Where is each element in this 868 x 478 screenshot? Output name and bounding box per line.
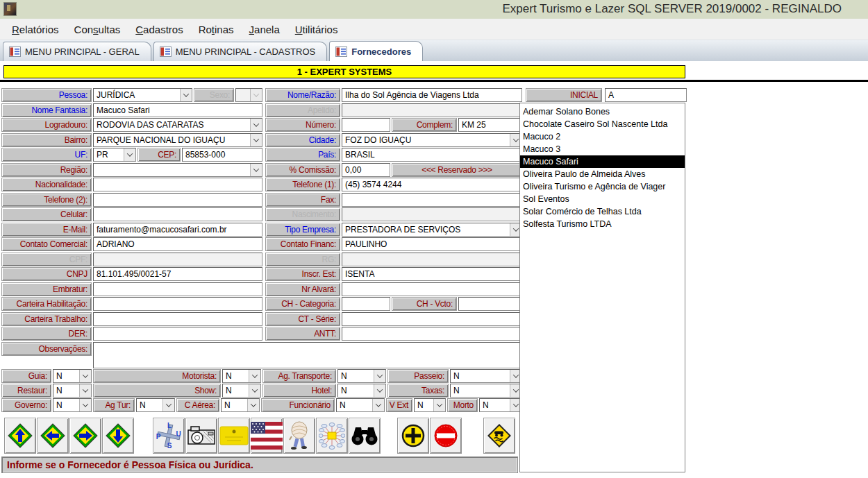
supplier-listbox[interactable]: Ademar Solano BonesChocolate Caseiro Sol… [519,103,685,472]
no-entry-icon [433,422,459,449]
funcionario-combo[interactable]: N [336,398,385,412]
fax-input[interactable] [342,193,522,207]
ch-vcto-input[interactable] [458,297,522,311]
inscr-est-input[interactable]: ISENTA [342,267,522,281]
ag-transporte-combo[interactable]: N [337,369,386,383]
nr-alvara-input[interactable] [342,282,522,296]
photo-button[interactable] [185,418,217,454]
menu-item-cadastros[interactable]: Cadastros [128,20,190,39]
hotel-combo[interactable]: N [337,384,386,398]
morto-combo[interactable]: N [479,398,522,412]
chevron-down-icon [250,164,262,176]
card-button[interactable] [218,418,250,454]
observacoes-input[interactable] [93,342,522,368]
supplier-list-item[interactable]: Solar Comércio de Telhas Ltda [520,205,685,218]
delete-record-button[interactable] [430,418,462,454]
initial-filter-input[interactable]: A [605,88,687,102]
contato-comercial-input[interactable]: ADRIANO [93,237,262,251]
locate-button[interactable]: LPUS [153,418,185,454]
cidade-combo[interactable]: FOZ DO IGUAÇU [342,133,522,147]
guia-combo[interactable]: N [53,369,92,383]
exit-button[interactable] [483,418,515,454]
record-previous-button[interactable] [37,418,69,454]
ch-categoria-input[interactable] [342,297,390,311]
supplier-list-item[interactable]: Macuco 3 [520,143,685,155]
regiao-combo[interactable] [93,163,262,177]
nascimento-label: Nascimento: [265,207,340,221]
c-aerea-combo[interactable]: N [221,398,260,412]
supplier-list-item[interactable]: Solfesta Turismo LTDA [520,218,685,230]
carteira-habilitacao-input[interactable] [93,297,262,311]
logradouro-combo[interactable]: RODOVIA DAS CATARATAS [93,118,262,132]
carteira-trabalho-input[interactable] [93,312,262,326]
supplier-list-item[interactable]: Macuco 2 [520,130,685,143]
supplier-list-item[interactable]: Oliveira Paulo de Almeida Alves [520,168,685,180]
v-ext-combo[interactable]: N [414,398,446,412]
record-last-button[interactable] [102,418,134,454]
telefone-2-label: Telefone (2): [1,193,92,207]
menu-item-utilitarios[interactable]: Utilitários [287,20,346,39]
numero-input[interactable] [342,118,390,132]
supplier-list-item[interactable]: Sol Eventos [520,193,685,205]
supplier-list-item[interactable]: Macuco Safari [520,155,685,168]
menu-item-janela[interactable]: Janela [242,20,287,39]
record-first-button[interactable] [4,418,36,454]
form-row: Nascimento: [265,207,522,221]
supplier-list-item[interactable]: Chocolate Caseiro Sol Nascente Ltda [520,118,685,130]
antt-input[interactable] [342,327,522,341]
nacionalidade-input[interactable] [93,178,262,191]
cnpj-input[interactable]: 81.101.495/0021-57 [93,267,262,281]
tab-label: MENU PRINCIPAL - CADASTROS [176,46,316,57]
tab-fornecedores[interactable]: Fornecedores [329,41,423,61]
cep-input[interactable]: 85853-000 [182,148,262,162]
combo-value: N [222,399,247,411]
nome-razao-input[interactable]: Ilha do Sol Agência de Viagens Ltda [342,88,522,102]
form-row: Cidade:FOZ DO IGUAÇU [265,133,522,147]
telefone-2-input[interactable] [93,193,262,207]
combo-value: PARQUE NACIONAL DO IGUAÇU [94,134,250,146]
cpf-label: CPF: [1,253,92,266]
search-button[interactable] [349,418,381,454]
form-row: CT - Série: [265,312,522,326]
tab-menu-principal-cadastros[interactable]: MENU PRINCIPAL - CADASTROS [153,42,328,61]
celular-input[interactable] [93,207,262,221]
menu-item-relatorios[interactable]: Relatórios [4,20,67,39]
combo-value [94,164,250,176]
pessoa-combo[interactable]: JURÍDICA [93,88,192,102]
bairro-combo[interactable]: PARQUE NACIONAL DO IGUAÇU [93,133,262,147]
show-combo[interactable]: N [222,384,261,398]
add-record-button[interactable] [397,418,429,454]
supplier-list-item[interactable]: Oliveira Turismo e Agência de Viager [520,180,685,193]
tab-menu-principal-geral[interactable]: MENU PRINCIPAL - GERAL [3,42,151,61]
language-button[interactable] [251,418,283,454]
complem-input[interactable]: KM 25 [458,118,522,132]
restaur-combo[interactable]: N [53,384,92,398]
nome-fantasia-input[interactable]: Macuco Safari [93,103,262,117]
tipo-empresa-combo[interactable]: PRESTADORA DE SERVIÇOS [342,223,522,237]
supplier-list-item[interactable]: Ademar Solano Bones [520,105,685,118]
person-button[interactable] [283,418,315,454]
motorista-combo[interactable]: N [222,369,261,383]
pais-input[interactable]: BRASIL [342,148,522,162]
embratur-input[interactable] [93,282,262,296]
ag-tur-combo[interactable]: N [136,398,175,412]
passeio-combo[interactable]: N [450,369,522,383]
menu-item-rotinas[interactable]: Rotinas [191,20,242,39]
der-input[interactable] [93,327,262,341]
taxas-combo[interactable]: N [450,384,522,398]
governo-combo[interactable]: N [53,398,92,412]
uf-combo[interactable]: PR [93,148,136,162]
ag-tur-label: Ag Tur: [93,398,135,412]
form-row: Restaur:NShow:NHotel:NTaxas:N [1,384,522,398]
telefone-1-input[interactable]: (45) 3574 4244 [342,178,522,191]
record-next-button[interactable] [69,418,101,454]
chevron-down-icon [374,370,385,382]
diagram-button[interactable] [316,418,348,454]
e-mail-input[interactable]: faturamento@macucosafari.com.br [93,223,262,237]
comissao-input[interactable]: 0,00 [342,163,390,177]
form-row: Nome Fantasia:Macuco Safari [1,103,262,117]
contato-financ-input[interactable]: PAULINHO [342,237,522,251]
arrow-up-diamond-icon [6,422,34,450]
menu-item-consultas[interactable]: Consultas [67,20,128,39]
ct-serie-input[interactable] [342,312,522,326]
